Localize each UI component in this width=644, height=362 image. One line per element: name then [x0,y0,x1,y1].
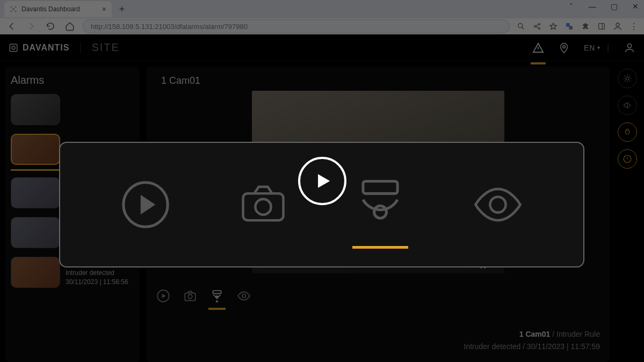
extensions-icon[interactable] [581,21,590,31]
browser-chrome: Davantis Dashboard × + ˅ — ▢ ✕ http://15… [0,0,644,34]
zoom-icon[interactable] [516,21,526,31]
alarm-time: 30/11/2023 | 11:56:56 [66,278,128,287]
tab-strip: Davantis Dashboard × + ˅ — ▢ ✕ [0,0,644,18]
svg-point-15 [188,294,192,299]
alarm-thumb [11,177,60,208]
center-play-button[interactable] [298,157,346,205]
close-window-icon[interactable]: ✕ [629,2,642,11]
maximize-icon[interactable]: ▢ [607,2,620,11]
summary-camera: 1 Cam01 [519,330,551,338]
close-tab-icon[interactable]: × [102,5,106,13]
summary-sep: / [550,330,556,338]
forward-icon[interactable] [25,20,38,33]
svg-point-3 [539,24,540,25]
snapshot-button[interactable] [183,288,198,303]
chevron-down-icon: ▾ [597,45,600,50]
right-rail [616,67,639,362]
toolbar [156,288,601,303]
brand-text: DAVANTIS [23,43,69,53]
popup-snapshot-button[interactable] [231,178,295,231]
language-selector[interactable]: EN ▾ | [584,44,610,52]
brand[interactable]: DAVANTIS [9,43,69,53]
minimize-icon[interactable]: — [586,2,599,11]
svg-rect-16 [213,291,221,293]
popup-view-button[interactable] [466,178,530,231]
svg-rect-24 [363,181,397,193]
new-tab-button[interactable]: + [115,2,129,16]
svg-point-2 [534,26,536,27]
popup-replay-button[interactable] [113,178,178,231]
svg-rect-6 [569,26,573,30]
share-icon[interactable] [532,21,542,31]
translate-icon[interactable] [565,21,574,31]
svg-point-4 [539,28,540,30]
browser-right-icons: ⋮ [516,21,639,31]
alerts-icon[interactable] [532,42,544,54]
svg-point-8 [616,23,619,26]
summary-line2: Intruder detected / 30/11/2023 | 11:57:5… [464,341,600,352]
svg-point-25 [374,206,387,218]
url-input[interactable]: http://158.109.5.131:21003/dfalarms/alar… [83,19,510,33]
svg-rect-9 [10,44,17,52]
location-icon[interactable] [558,42,570,54]
window-controls: ˅ — ▢ ✕ [565,2,642,11]
svg-point-11 [563,45,566,48]
svg-rect-5 [566,23,570,27]
fire-button[interactable] [618,122,637,142]
view-button[interactable] [236,288,251,303]
svg-point-19 [626,77,629,80]
svg-rect-7 [599,24,605,30]
reload-icon[interactable] [44,20,57,33]
alarm-summary: 1 Cam01 / Intruder Rule Intruder detecte… [464,328,600,352]
site-label: SITE [91,41,119,54]
back-icon[interactable] [5,20,18,33]
language-label: EN [584,44,595,52]
sidebar-title: Alarms [11,74,134,86]
svg-point-1 [518,24,523,28]
svg-rect-22 [243,193,283,220]
chevron-down-icon[interactable]: ˅ [565,2,577,11]
profile-icon[interactable] [613,21,623,31]
app-header: DAVANTIS SITE EN ▾ | [0,34,644,61]
url-text: http://158.109.5.131:21003/dfalarms/alar… [91,23,248,31]
alarm-item[interactable] [11,94,134,125]
alarm-thumb [11,134,60,165]
filter-button[interactable] [618,69,637,88]
camera-label: 1 Cam01 [161,75,601,86]
alarm-thumb [11,217,60,248]
warning-button[interactable] [618,149,637,169]
svg-point-10 [12,46,15,49]
address-bar: http://158.109.5.131:21003/dfalarms/alar… [0,18,644,34]
divider [80,42,81,54]
kebab-icon[interactable]: ⋮ [629,21,639,31]
home-icon[interactable] [63,20,76,33]
alarm-desc: Intruder detected [66,269,128,278]
browser-tab[interactable]: Davantis Dashboard × [4,1,112,17]
svg-point-26 [490,197,506,212]
popup-ptz-button[interactable] [348,178,413,231]
panel-icon[interactable] [597,21,606,31]
replay-button[interactable] [156,288,171,303]
svg-point-12 [627,44,631,47]
svg-point-0 [13,9,14,10]
sound-button[interactable] [618,96,637,115]
star-icon[interactable] [548,21,558,31]
svg-point-18 [242,294,246,298]
summary-rule: Intruder Rule [556,330,600,338]
svg-point-23 [255,199,271,215]
user-icon[interactable] [624,42,635,54]
target-icon [10,5,17,13]
tab-title: Davantis Dashboard [21,5,80,13]
alarm-thumb [11,257,60,288]
ptz-button[interactable] [209,288,225,303]
alarm-thumb [11,94,60,125]
